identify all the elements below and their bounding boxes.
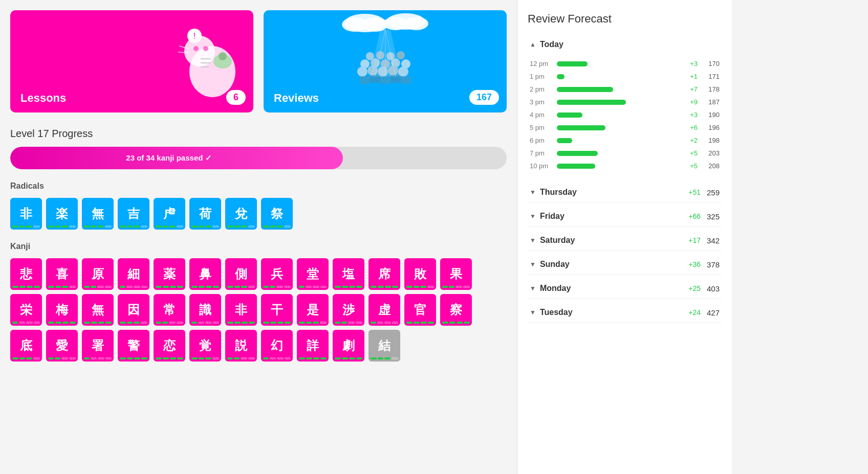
time-label: 1 pm [530, 73, 553, 80]
radical-tile[interactable]: 兌 [225, 198, 257, 230]
kanji-tile[interactable]: 梅 [46, 294, 78, 326]
kanji-tile[interactable]: 覚 [189, 330, 221, 362]
day-chevron: ▼ [530, 261, 536, 268]
time-bar-container [557, 125, 678, 130]
forecast-day-header[interactable]: ▼ Tuesday +24 427 [528, 303, 722, 323]
time-row: 4 pm +3 190 [528, 108, 722, 121]
kanji-tile[interactable]: 恋 [154, 330, 185, 362]
radical-tile[interactable]: 荷 [189, 198, 221, 230]
kanji-tile[interactable]: 詳 [297, 330, 329, 362]
kanji-tile[interactable]: 喜 [46, 258, 78, 290]
svg-point-23 [397, 51, 405, 59]
reviews-card[interactable]: Reviews 167 [264, 10, 507, 112]
time-count: +1 [682, 73, 698, 80]
kanji-tile[interactable]: 細 [118, 258, 149, 290]
kanji-tile[interactable]: 栄 [10, 294, 42, 326]
kanji-tile[interactable]: 非 [225, 294, 257, 326]
kanji-tile[interactable]: 薬 [154, 258, 185, 290]
time-count: +7 [682, 85, 698, 93]
day-name: Tuesday [540, 308, 688, 317]
day-total: 342 [707, 236, 720, 245]
kanji-tile[interactable]: 因 [118, 294, 149, 326]
forecast-day-header[interactable]: ▼ Monday +25 403 [528, 279, 722, 299]
kanji-tile[interactable]: 敗 [404, 258, 436, 290]
time-bar [557, 164, 595, 169]
kanji-tile[interactable]: 虚 [368, 294, 400, 326]
time-bar [557, 74, 565, 79]
radical-tile[interactable]: 無 [82, 198, 114, 230]
forecast-day-header[interactable]: ▼ Friday +66 325 [528, 207, 722, 227]
svg-point-30 [367, 65, 378, 76]
lessons-badge: 6 [226, 90, 246, 105]
lessons-card[interactable]: ! Lessons 6 [10, 10, 253, 112]
radical-tile[interactable]: 虍 [154, 198, 185, 230]
time-total: 208 [702, 162, 720, 170]
forecast-day-header[interactable]: ▼ Saturday +17 342 [528, 231, 722, 251]
kanji-tile[interactable]: 無 [82, 294, 114, 326]
kanji-tile[interactable]: 塩 [333, 258, 364, 290]
progress-bar-container: 23 of 34 kanji passed ✓ [10, 147, 507, 169]
kanji-tile[interactable]: 識 [189, 294, 221, 326]
radical-tile[interactable]: 祭 [261, 198, 293, 230]
cards-row: ! Lessons 6 [10, 10, 507, 112]
kanji-tile[interactable]: 底 [10, 330, 42, 362]
kanji-tile[interactable]: 兵 [261, 258, 293, 290]
svg-rect-36 [380, 76, 390, 84]
day-count: +17 [688, 236, 701, 244]
kanji-tile[interactable]: 原 [82, 258, 114, 290]
svg-point-31 [378, 66, 388, 77]
kanji-title: Kanji [10, 242, 507, 251]
kanji-tile[interactable]: 席 [368, 258, 400, 290]
kanji-tile[interactable]: 劇 [333, 330, 364, 362]
day-name: Sunday [540, 260, 688, 269]
kanji-tile[interactable]: 果 [440, 258, 472, 290]
kanji-tile[interactable]: 悲 [10, 258, 42, 290]
time-bar [557, 100, 626, 105]
kanji-tile[interactable]: 鼻 [189, 258, 221, 290]
svg-rect-38 [401, 76, 411, 84]
kanji-tile[interactable]: 愛 [46, 330, 78, 362]
time-label: 6 pm [530, 137, 553, 144]
time-label: 12 pm [530, 60, 553, 67]
kanji-tile[interactable]: 是 [297, 294, 329, 326]
today-header[interactable]: ▲ Today [528, 36, 722, 55]
time-label: 5 pm [530, 124, 553, 131]
time-label: 2 pm [530, 85, 553, 93]
svg-rect-34 [360, 76, 370, 84]
day-count: +66 [688, 212, 701, 220]
radical-tile[interactable]: 非 [10, 198, 42, 230]
time-count: +6 [682, 124, 698, 131]
today-label: Today [540, 40, 563, 49]
time-label: 10 pm [530, 162, 553, 170]
kanji-tile[interactable]: 幻 [261, 330, 293, 362]
kanji-tile[interactable]: 側 [225, 258, 257, 290]
time-label: 4 pm [530, 111, 553, 119]
kanji-tile[interactable]: 官 [404, 294, 436, 326]
svg-point-32 [388, 65, 398, 76]
day-name: Thursday [540, 188, 688, 197]
time-bar [557, 151, 598, 156]
time-total: 203 [702, 149, 720, 157]
radical-tile[interactable]: 楽 [46, 198, 78, 230]
kanji-tile[interactable]: 署 [82, 330, 114, 362]
day-name: Monday [540, 284, 688, 293]
time-bar [557, 61, 588, 66]
kanji-tile[interactable]: 結 [368, 330, 400, 362]
kanji-tile[interactable]: 干 [261, 294, 293, 326]
kanji-tile[interactable]: 警 [118, 330, 149, 362]
time-total: 187 [702, 98, 720, 106]
radical-tile[interactable]: 吉 [118, 198, 149, 230]
time-bar-container [557, 100, 678, 105]
kanji-tile[interactable]: 察 [440, 294, 472, 326]
radicals-grid: 非 楽 無 吉 虍 [10, 198, 507, 230]
kanji-tile[interactable]: 渉 [333, 294, 364, 326]
time-row: 10 pm +5 208 [528, 160, 722, 172]
kanji-tile[interactable]: 説 [225, 330, 257, 362]
kanji-tile[interactable]: 常 [154, 294, 185, 326]
forecast-day-header[interactable]: ▼ Thursday +51 259 [528, 183, 722, 202]
day-total: 378 [707, 260, 720, 269]
kanji-tile[interactable]: 堂 [297, 258, 329, 290]
day-count: +24 [688, 308, 701, 317]
forecast-day-header[interactable]: ▼ Sunday +36 378 [528, 255, 722, 275]
time-bar-container [557, 112, 678, 118]
